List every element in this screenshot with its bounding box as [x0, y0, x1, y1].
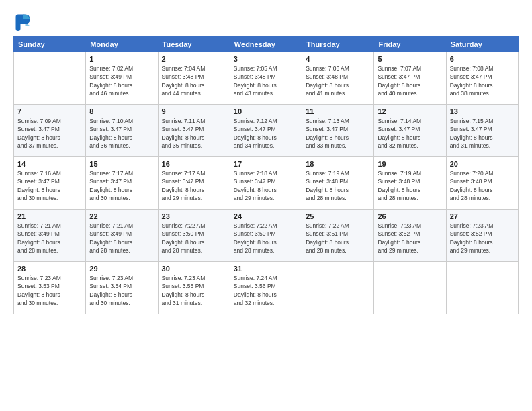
calendar-cell: 29Sunrise: 7:23 AMSunset: 3:54 PMDayligh…	[86, 262, 158, 314]
day-info: Sunrise: 7:18 AMSunset: 3:47 PMDaylight:…	[234, 169, 298, 202]
day-number: 25	[306, 212, 370, 220]
day-number: 11	[306, 107, 370, 116]
calendar-cell: 28Sunrise: 7:23 AMSunset: 3:53 PMDayligh…	[14, 262, 86, 314]
calendar-cell: 2Sunrise: 7:04 AMSunset: 3:48 PMDaylight…	[158, 52, 230, 105]
day-number: 21	[17, 212, 82, 220]
calendar-cell: 7Sunrise: 7:09 AMSunset: 3:47 PMDaylight…	[14, 105, 86, 157]
day-info: Sunrise: 7:06 AMSunset: 3:48 PMDaylight:…	[306, 64, 370, 97]
calendar-cell: 5Sunrise: 7:07 AMSunset: 3:47 PMDaylight…	[374, 52, 446, 105]
calendar-header-row: SundayMondayTuesdayWednesdayThursdayFrid…	[14, 37, 519, 52]
header	[13, 12, 519, 31]
day-info: Sunrise: 7:23 AMSunset: 3:54 PMDaylight:…	[89, 274, 154, 307]
day-info: Sunrise: 7:12 AMSunset: 3:47 PMDaylight:…	[234, 117, 298, 150]
calendar-cell: 8Sunrise: 7:10 AMSunset: 3:47 PMDaylight…	[86, 105, 158, 157]
day-number: 10	[234, 107, 298, 116]
day-number: 2	[162, 55, 226, 63]
calendar-table: SundayMondayTuesdayWednesdayThursdayFrid…	[13, 36, 519, 314]
calendar-week-2: 7Sunrise: 7:09 AMSunset: 3:47 PMDaylight…	[14, 105, 519, 157]
day-info: Sunrise: 7:13 AMSunset: 3:47 PMDaylight:…	[306, 117, 370, 150]
day-number: 6	[450, 55, 515, 63]
day-info: Sunrise: 7:02 AMSunset: 3:49 PMDaylight:…	[89, 64, 154, 97]
day-info: Sunrise: 7:19 AMSunset: 3:48 PMDaylight:…	[378, 169, 442, 202]
calendar-cell: 23Sunrise: 7:22 AMSunset: 3:50 PMDayligh…	[158, 210, 230, 262]
calendar-week-1: 1Sunrise: 7:02 AMSunset: 3:49 PMDaylight…	[14, 52, 519, 105]
day-info: Sunrise: 7:22 AMSunset: 3:51 PMDaylight:…	[306, 222, 370, 255]
day-info: Sunrise: 7:22 AMSunset: 3:50 PMDaylight:…	[162, 222, 226, 255]
day-info: Sunrise: 7:08 AMSunset: 3:47 PMDaylight:…	[450, 64, 515, 97]
calendar-cell: 14Sunrise: 7:16 AMSunset: 3:47 PMDayligh…	[14, 157, 86, 210]
logo	[13, 12, 35, 31]
day-info: Sunrise: 7:22 AMSunset: 3:50 PMDaylight:…	[234, 222, 298, 255]
col-header-tuesday: Tuesday	[158, 37, 230, 52]
day-info: Sunrise: 7:09 AMSunset: 3:47 PMDaylight:…	[17, 117, 82, 150]
col-header-saturday: Saturday	[446, 37, 518, 52]
calendar-week-5: 28Sunrise: 7:23 AMSunset: 3:53 PMDayligh…	[14, 262, 519, 314]
day-number: 5	[378, 55, 442, 63]
day-number: 28	[17, 265, 82, 273]
day-number: 20	[450, 160, 515, 168]
calendar-cell: 15Sunrise: 7:17 AMSunset: 3:47 PMDayligh…	[86, 157, 158, 210]
calendar-cell: 16Sunrise: 7:17 AMSunset: 3:47 PMDayligh…	[158, 157, 230, 210]
day-info: Sunrise: 7:24 AMSunset: 3:56 PMDaylight:…	[234, 274, 298, 307]
day-info: Sunrise: 7:11 AMSunset: 3:47 PMDaylight:…	[162, 117, 226, 150]
day-number: 23	[162, 212, 226, 220]
calendar-cell: 21Sunrise: 7:21 AMSunset: 3:49 PMDayligh…	[14, 210, 86, 262]
day-number: 24	[234, 212, 298, 220]
calendar-cell: 17Sunrise: 7:18 AMSunset: 3:47 PMDayligh…	[230, 157, 302, 210]
page: SundayMondayTuesdayWednesdayThursdayFrid…	[0, 0, 532, 411]
day-number: 3	[234, 55, 298, 63]
day-number: 14	[17, 160, 82, 168]
day-number: 13	[450, 107, 515, 116]
calendar-cell: 9Sunrise: 7:11 AMSunset: 3:47 PMDaylight…	[158, 105, 230, 157]
col-header-wednesday: Wednesday	[230, 37, 302, 52]
day-number: 17	[234, 160, 298, 168]
col-header-monday: Monday	[86, 37, 158, 52]
calendar-cell	[374, 262, 446, 314]
day-number: 12	[378, 107, 442, 116]
calendar-cell: 11Sunrise: 7:13 AMSunset: 3:47 PMDayligh…	[302, 105, 374, 157]
calendar-cell: 26Sunrise: 7:23 AMSunset: 3:52 PMDayligh…	[374, 210, 446, 262]
day-number: 15	[89, 160, 154, 168]
day-info: Sunrise: 7:14 AMSunset: 3:47 PMDaylight:…	[378, 117, 442, 150]
day-number: 26	[378, 212, 442, 220]
day-number: 22	[89, 212, 154, 220]
calendar-cell: 20Sunrise: 7:20 AMSunset: 3:48 PMDayligh…	[446, 157, 518, 210]
day-number: 31	[234, 265, 298, 273]
day-number: 8	[89, 107, 154, 116]
day-info: Sunrise: 7:21 AMSunset: 3:49 PMDaylight:…	[89, 222, 154, 255]
calendar-cell: 25Sunrise: 7:22 AMSunset: 3:51 PMDayligh…	[302, 210, 374, 262]
calendar-cell: 24Sunrise: 7:22 AMSunset: 3:50 PMDayligh…	[230, 210, 302, 262]
day-info: Sunrise: 7:05 AMSunset: 3:48 PMDaylight:…	[234, 64, 298, 97]
day-info: Sunrise: 7:17 AMSunset: 3:47 PMDaylight:…	[89, 169, 154, 202]
calendar-cell: 31Sunrise: 7:24 AMSunset: 3:56 PMDayligh…	[230, 262, 302, 314]
calendar-cell	[302, 262, 374, 314]
day-number: 9	[162, 107, 226, 116]
day-number: 30	[162, 265, 226, 273]
day-info: Sunrise: 7:15 AMSunset: 3:47 PMDaylight:…	[450, 117, 515, 150]
day-number: 27	[450, 212, 515, 220]
day-info: Sunrise: 7:04 AMSunset: 3:48 PMDaylight:…	[162, 64, 226, 97]
calendar-cell: 30Sunrise: 7:23 AMSunset: 3:55 PMDayligh…	[158, 262, 230, 314]
calendar-cell: 4Sunrise: 7:06 AMSunset: 3:48 PMDaylight…	[302, 52, 374, 105]
day-number: 4	[306, 55, 370, 63]
calendar-cell: 1Sunrise: 7:02 AMSunset: 3:49 PMDaylight…	[86, 52, 158, 105]
col-header-friday: Friday	[374, 37, 446, 52]
day-info: Sunrise: 7:19 AMSunset: 3:48 PMDaylight:…	[306, 169, 370, 202]
day-info: Sunrise: 7:16 AMSunset: 3:47 PMDaylight:…	[17, 169, 82, 202]
calendar-cell: 22Sunrise: 7:21 AMSunset: 3:49 PMDayligh…	[86, 210, 158, 262]
calendar-week-4: 21Sunrise: 7:21 AMSunset: 3:49 PMDayligh…	[14, 210, 519, 262]
calendar-cell: 12Sunrise: 7:14 AMSunset: 3:47 PMDayligh…	[374, 105, 446, 157]
calendar-cell: 6Sunrise: 7:08 AMSunset: 3:47 PMDaylight…	[446, 52, 518, 105]
calendar-cell: 10Sunrise: 7:12 AMSunset: 3:47 PMDayligh…	[230, 105, 302, 157]
day-info: Sunrise: 7:07 AMSunset: 3:47 PMDaylight:…	[378, 64, 442, 97]
day-number: 18	[306, 160, 370, 168]
day-info: Sunrise: 7:20 AMSunset: 3:48 PMDaylight:…	[450, 169, 515, 202]
day-info: Sunrise: 7:23 AMSunset: 3:52 PMDaylight:…	[450, 222, 515, 255]
calendar-cell	[14, 52, 86, 105]
day-info: Sunrise: 7:23 AMSunset: 3:53 PMDaylight:…	[17, 274, 82, 307]
day-info: Sunrise: 7:21 AMSunset: 3:49 PMDaylight:…	[17, 222, 82, 255]
day-number: 1	[89, 55, 154, 63]
calendar-cell: 18Sunrise: 7:19 AMSunset: 3:48 PMDayligh…	[302, 157, 374, 210]
day-info: Sunrise: 7:10 AMSunset: 3:47 PMDaylight:…	[89, 117, 154, 150]
day-number: 7	[17, 107, 82, 116]
